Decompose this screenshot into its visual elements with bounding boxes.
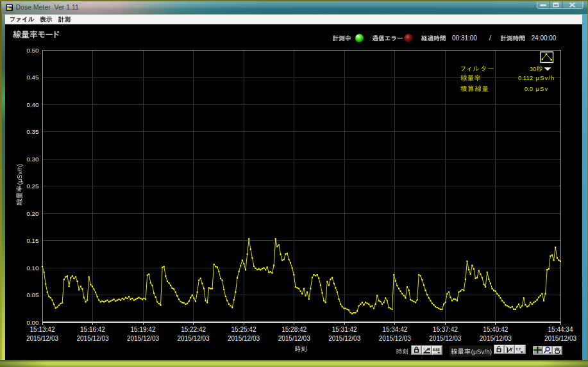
svg-text:2015/12/03: 2015/12/03 (127, 335, 159, 342)
svg-text:2015/12/03: 2015/12/03 (278, 335, 310, 342)
svg-text:15:19:42: 15:19:42 (131, 326, 156, 333)
svg-text:0.25: 0.25 (26, 183, 39, 190)
svg-text:0.20: 0.20 (26, 210, 39, 217)
svg-text:15:34:42: 15:34:42 (382, 326, 407, 333)
svg-text:15:13:42: 15:13:42 (30, 326, 55, 333)
svg-text:2015/12/03: 2015/12/03 (76, 335, 108, 342)
svg-text:30: 30 (530, 65, 537, 72)
svg-text:0.35: 0.35 (26, 128, 39, 135)
svg-text:0.15: 0.15 (26, 237, 39, 244)
svg-text:Dose Meter Ver 1.11: Dose Meter Ver 1.11 (16, 3, 80, 11)
svg-text:2015/12/03: 2015/12/03 (328, 335, 360, 342)
svg-text:15:37:42: 15:37:42 (433, 326, 458, 333)
svg-text:15:25:42: 15:25:42 (231, 326, 256, 333)
svg-text:2015/12/03: 2015/12/03 (26, 335, 58, 342)
svg-text:15:28:42: 15:28:42 (281, 326, 307, 333)
svg-text:0.0: 0.0 (525, 85, 533, 92)
svg-text:2015/12/03: 2015/12/03 (429, 335, 461, 342)
svg-text:0.40: 0.40 (26, 101, 39, 108)
svg-text:0.10: 0.10 (26, 265, 39, 272)
svg-text:0.50: 0.50 (26, 47, 39, 54)
svg-text:15:22:42: 15:22:42 (181, 326, 206, 333)
svg-text:μSv: μSv (536, 85, 549, 92)
svg-text:0.45: 0.45 (26, 74, 39, 81)
svg-text:2015/12/03: 2015/12/03 (228, 335, 260, 342)
svg-text:15:44:34: 15:44:34 (548, 326, 573, 333)
svg-text:15:31:42: 15:31:42 (332, 326, 357, 333)
svg-text:24:00:00: 24:00:00 (532, 35, 557, 42)
svg-text:2015/12/03: 2015/12/03 (480, 335, 512, 342)
svg-text:μSv/h: μSv/h (536, 74, 555, 81)
svg-text:2015/12/03: 2015/12/03 (544, 335, 576, 342)
svg-text:15:40:42: 15:40:42 (483, 326, 508, 333)
svg-text:2015/12/03: 2015/12/03 (379, 335, 411, 342)
svg-text:2015/12/03: 2015/12/03 (178, 335, 210, 342)
svg-text:0.30: 0.30 (26, 156, 39, 163)
svg-text:0.00: 0.00 (26, 319, 39, 326)
svg-text:15:16:42: 15:16:42 (80, 326, 105, 333)
svg-text:0.112: 0.112 (518, 74, 533, 81)
svg-text:8.88: 8.88 (433, 348, 440, 352)
svg-text:0.05: 0.05 (26, 291, 39, 298)
svg-text:Y.Y: Y.Y (516, 347, 521, 351)
svg-text:/: / (489, 35, 491, 42)
svg-text:00:31:00: 00:31:00 (452, 35, 477, 42)
